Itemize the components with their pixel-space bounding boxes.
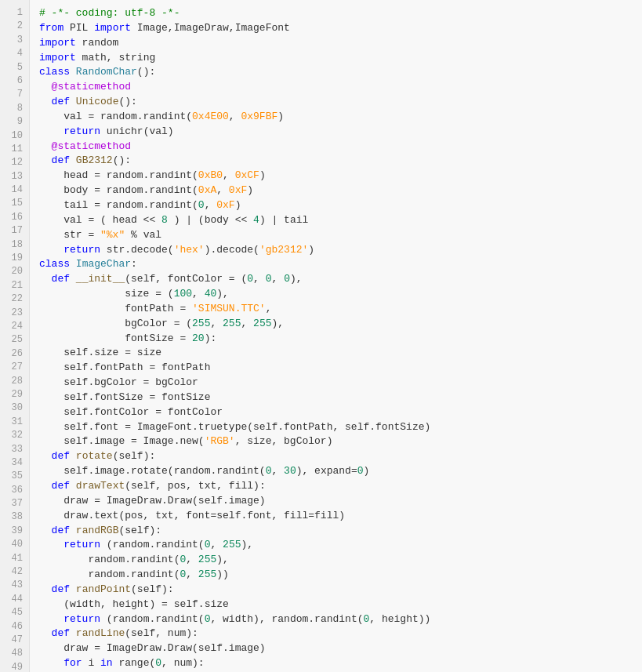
code-line: def __init__(self, fontColor = (0, 0, 0)…	[39, 272, 633, 287]
line-number: 26	[9, 347, 23, 361]
line-number: 40	[9, 538, 23, 551]
line-number: 41	[9, 552, 23, 565]
line-number: 38	[9, 510, 23, 524]
line-number: 32	[9, 429, 23, 442]
code-line: fontSize = 20):	[39, 332, 633, 347]
line-number: 15	[9, 197, 23, 210]
line-number: 17	[9, 224, 23, 238]
code-line: import random	[39, 36, 633, 51]
line-numbers: 1234567891011121314151617181920212223242…	[0, 0, 30, 672]
code-line: size = (100, 40),	[39, 287, 633, 302]
line-number: 1	[9, 6, 23, 20]
code-line: val = random.randint(0x4E00, 0x9FBF)	[39, 110, 633, 125]
line-number: 10	[9, 129, 23, 143]
line-number: 23	[9, 307, 23, 320]
line-number: 48	[9, 647, 23, 660]
code-line: draw = ImageDraw.Draw(self.image)	[39, 641, 633, 656]
code-line: return str.decode('hex').decode('gb2312'…	[39, 243, 633, 258]
code-line: self.image.rotate(random.randint(0, 30),…	[39, 464, 633, 479]
line-number: 46	[9, 620, 23, 634]
line-number: 31	[9, 416, 23, 429]
line-number: 44	[9, 593, 23, 606]
code-line: @staticmethod	[39, 80, 633, 95]
code-line: draw.text(pos, txt, font=self.font, fill…	[39, 509, 633, 524]
line-number: 30	[9, 401, 23, 415]
line-number: 43	[9, 579, 23, 592]
code-line: def GB2312():	[39, 154, 633, 169]
code-line: self.fontSize = fontSize	[39, 390, 633, 405]
line-number: 45	[9, 606, 23, 619]
line-number: 3	[9, 34, 23, 47]
line-number: 36	[9, 484, 23, 497]
code-line: def drawText(self, pos, txt, fill):	[39, 479, 633, 494]
line-number: 16	[9, 211, 23, 224]
line-number: 24	[9, 320, 23, 333]
code-line: def randRGB(self):	[39, 524, 633, 539]
code-line: random.randint(0, 255),	[39, 553, 633, 568]
code-editor: 1234567891011121314151617181920212223242…	[0, 0, 642, 672]
line-number: 29	[9, 388, 23, 401]
code-line: class RandomChar():	[39, 65, 633, 80]
line-number: 13	[9, 170, 23, 183]
line-number: 37	[9, 497, 23, 510]
code-line: from PIL import Image,ImageDraw,ImageFon…	[39, 21, 633, 36]
line-number: 8	[9, 102, 23, 115]
code-line: return (random.randint(0, width), random…	[39, 612, 633, 627]
code-line: body = random.randint(0xA, 0xF)	[39, 183, 633, 198]
code-line: def rotate(self):	[39, 449, 633, 464]
code-line: # -*- coding: utf-8 -*-	[39, 6, 633, 21]
line-number: 39	[9, 525, 23, 538]
line-number: 5	[9, 61, 23, 74]
code-line: self.fontPath = fontPath	[39, 361, 633, 376]
code-line: draw = ImageDraw.Draw(self.image)	[39, 494, 633, 509]
line-number: 11	[9, 143, 23, 156]
code-line: return unichr(val)	[39, 125, 633, 140]
code-line: def randPoint(self):	[39, 583, 633, 598]
line-number: 42	[9, 565, 23, 579]
line-number: 49	[9, 661, 23, 672]
line-number: 2	[9, 20, 23, 33]
code-line: self.fontColor = fontColor	[39, 405, 633, 420]
code-line: random.randint(0, 255))	[39, 568, 633, 583]
code-line: for i in range(0, num):	[39, 656, 633, 671]
line-number: 35	[9, 470, 23, 483]
line-number: 20	[9, 265, 23, 278]
code-line: self.bgColor = bgColor	[39, 376, 633, 390]
code-line: (width, height) = self.size	[39, 598, 633, 612]
line-number: 18	[9, 238, 23, 252]
code-line: return (random.randint(0, 255),	[39, 538, 633, 553]
line-number: 9	[9, 115, 23, 129]
code-line: self.size = size	[39, 346, 633, 361]
code-line: val = ( head << 8 ) | (body << 4) | tail	[39, 213, 633, 228]
code-line: import math, string	[39, 51, 633, 66]
line-number: 7	[9, 88, 23, 101]
line-number: 27	[9, 361, 23, 374]
code-line: head = random.randint(0xB0, 0xCF)	[39, 169, 633, 183]
line-number: 19	[9, 252, 23, 265]
code-line: self.font = ImageFont.truetype(self.font…	[39, 420, 633, 435]
line-number: 4	[9, 47, 23, 60]
code-line: self.image = Image.new('RGB', size, bgCo…	[39, 434, 633, 449]
code-line: @staticmethod	[39, 140, 633, 154]
code-line: fontPath = 'SIMSUN.TTC',	[39, 302, 633, 317]
code-line: def Unicode():	[39, 95, 633, 110]
line-number: 47	[9, 634, 23, 647]
line-number: 12	[9, 156, 23, 169]
code-line: def randLine(self, num):	[39, 627, 633, 641]
code-line: str = "%x" % val	[39, 228, 633, 243]
code-line: tail = random.randint(0, 0xF)	[39, 198, 633, 213]
line-number: 34	[9, 456, 23, 470]
line-number: 14	[9, 183, 23, 197]
code-content[interactable]: # -*- coding: utf-8 -*-from PIL import I…	[30, 0, 642, 672]
line-number: 33	[9, 443, 23, 456]
line-number: 6	[9, 74, 23, 88]
code-line: bgColor = (255, 255, 255),	[39, 317, 633, 332]
code-line: class ImageChar:	[39, 257, 633, 272]
line-number: 25	[9, 333, 23, 347]
line-number: 21	[9, 279, 23, 292]
line-number: 22	[9, 292, 23, 306]
line-number: 28	[9, 375, 23, 388]
